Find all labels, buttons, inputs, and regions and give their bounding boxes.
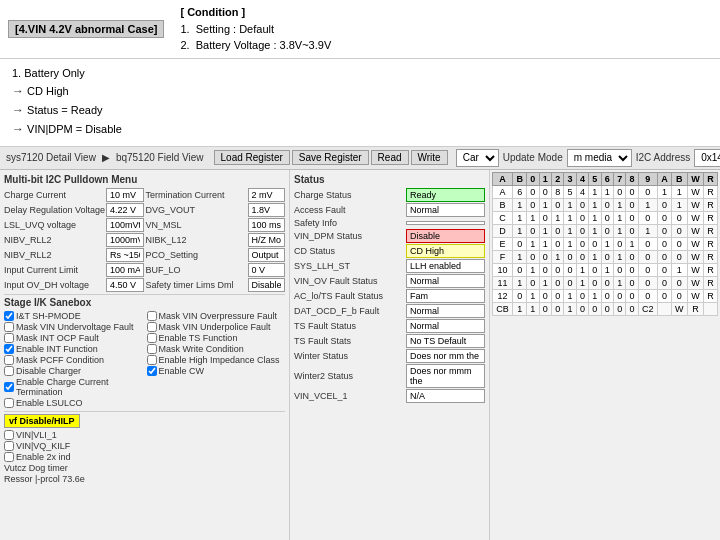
checkbox-mask-vin-ov[interactable] bbox=[147, 311, 157, 321]
value-charge-status: Ready bbox=[406, 188, 485, 202]
checkbox-vinvq[interactable] bbox=[4, 441, 14, 451]
value-cd-status: CD High bbox=[406, 244, 485, 258]
checkbox-enable-int[interactable] bbox=[4, 344, 14, 354]
input-dvg[interactable] bbox=[248, 203, 286, 217]
table-cell: 0 bbox=[638, 237, 657, 250]
input-safety[interactable] bbox=[248, 278, 286, 292]
save-register-btn[interactable]: Save Register bbox=[292, 150, 369, 165]
input-input-curr[interactable] bbox=[106, 263, 144, 277]
table-cell: 0 bbox=[626, 263, 638, 276]
table-cell: 1 bbox=[564, 237, 576, 250]
input-term-current[interactable] bbox=[248, 188, 286, 202]
arrow-1: → bbox=[12, 84, 24, 98]
write-cell[interactable]: W bbox=[687, 263, 703, 276]
input-delay-reg[interactable] bbox=[106, 203, 144, 217]
checkbox-disable-charger[interactable] bbox=[4, 366, 14, 376]
checkbox-enable-cct[interactable] bbox=[4, 382, 14, 392]
table-cell: 0 bbox=[551, 237, 563, 250]
table-cell: 0 bbox=[657, 250, 671, 263]
table-cell: 0 bbox=[626, 302, 638, 315]
cb-mask-vin-uv: Mask VIN Undervoltage Fault bbox=[4, 322, 143, 332]
checkbox-enable-hiz[interactable] bbox=[147, 355, 157, 365]
label-enable-ts: Enable TS Function bbox=[159, 333, 238, 343]
table-cell: 6 bbox=[513, 185, 527, 198]
checkbox-mask-write[interactable] bbox=[147, 344, 157, 354]
write-cell[interactable]: W bbox=[687, 185, 703, 198]
table-cell: 1 bbox=[539, 237, 551, 250]
write-cell[interactable]: W bbox=[687, 198, 703, 211]
checkbox-sh-pmode[interactable] bbox=[4, 311, 14, 321]
desc-section: 1. Battery Only → CD High → Status = Rea… bbox=[0, 59, 720, 147]
label-mask-vin-ov: Mask VIN Overpressure Fault bbox=[159, 311, 278, 321]
value-winter1: Does nor mm the bbox=[406, 349, 485, 363]
value-vindpm-status: Disable bbox=[406, 229, 485, 243]
write-btn[interactable]: Write bbox=[411, 150, 448, 165]
label-vnmsl: VN_MSL bbox=[146, 220, 246, 230]
mmediate-select[interactable]: m media bbox=[567, 149, 632, 167]
th-w: W bbox=[687, 172, 703, 185]
status-ts-fault: TS Fault Status Normal bbox=[294, 319, 485, 333]
write-cell[interactable]: W bbox=[687, 276, 703, 289]
highlight-vindpm-btn[interactable]: vf Disable/HILP bbox=[4, 414, 80, 428]
read-cell[interactable]: R bbox=[687, 302, 703, 315]
load-register-btn[interactable]: Load Register bbox=[214, 150, 290, 165]
table-cell: 0 bbox=[638, 250, 657, 263]
write-cell[interactable]: W bbox=[687, 250, 703, 263]
table-cell: 0 bbox=[626, 289, 638, 302]
table-header-row: A B 0 1 2 3 4 5 6 7 8 9 A B W R bbox=[493, 172, 718, 185]
checkbox-enable-cw[interactable] bbox=[147, 366, 157, 376]
write-cell[interactable]: W bbox=[687, 224, 703, 237]
read-cell[interactable]: R bbox=[703, 185, 717, 198]
write-cell[interactable]: W bbox=[687, 289, 703, 302]
cb-mask-int-ocp: Mask INT OCP Fault bbox=[4, 333, 143, 343]
input-charge-current[interactable] bbox=[106, 188, 144, 202]
read-cell[interactable]: R bbox=[703, 263, 717, 276]
read-cell[interactable]: R bbox=[703, 250, 717, 263]
checkbox-enable2x[interactable] bbox=[4, 452, 14, 462]
write-cell[interactable]: W bbox=[687, 237, 703, 250]
read-btn[interactable]: Read bbox=[371, 150, 409, 165]
value-winter2: Does nor mmm the bbox=[406, 364, 485, 388]
write-cell[interactable]: W bbox=[687, 211, 703, 224]
i2c-select[interactable]: 0x14_A bbox=[694, 149, 720, 167]
table-cell: 1 bbox=[576, 263, 588, 276]
input-nibv1[interactable] bbox=[106, 233, 144, 247]
read-cell[interactable]: R bbox=[703, 224, 717, 237]
table-cell: 10 bbox=[493, 263, 513, 276]
checkbox-enable-ts[interactable] bbox=[147, 333, 157, 343]
read-cell[interactable]: R bbox=[703, 289, 717, 302]
status-vin-ov: VIN_OV Fault Status Normal bbox=[294, 274, 485, 288]
table-cell: 0 bbox=[576, 250, 588, 263]
checkbox-mask-int-ocp[interactable] bbox=[4, 333, 14, 343]
status-cd: CD Status CD High bbox=[294, 244, 485, 258]
checkbox-mask-pcff[interactable] bbox=[4, 355, 14, 365]
table-cell: 1 bbox=[539, 276, 551, 289]
read-cell[interactable]: R bbox=[703, 198, 717, 211]
input-input-ov[interactable] bbox=[106, 278, 144, 292]
write-cell[interactable]: W bbox=[671, 302, 687, 315]
table-cell: 0 bbox=[589, 276, 601, 289]
input-nibk[interactable] bbox=[248, 233, 286, 247]
car-select[interactable]: Car bbox=[456, 149, 499, 167]
input-nibv2[interactable] bbox=[106, 248, 144, 262]
label-safety-info: Safety Info bbox=[294, 218, 404, 228]
checkbox-mask-vin-up[interactable] bbox=[147, 322, 157, 332]
th-7: 7 bbox=[613, 172, 625, 185]
input-pco[interactable] bbox=[248, 248, 286, 262]
value-ts-fault: Normal bbox=[406, 319, 485, 333]
table-cell: 0 bbox=[539, 250, 551, 263]
label-ac-lo: AC_lo/TS Fault Status bbox=[294, 291, 404, 301]
checkbox-mask-vin-uv[interactable] bbox=[4, 322, 14, 332]
checkbox-vinvli1[interactable] bbox=[4, 430, 14, 440]
input-lsl[interactable] bbox=[106, 218, 144, 232]
read-cell[interactable]: R bbox=[703, 211, 717, 224]
table-cell: 0 bbox=[657, 289, 671, 302]
checkbox-enable-lsulco[interactable] bbox=[4, 398, 14, 408]
label-input-curr: Input Current Limit bbox=[4, 265, 104, 275]
input-vnmsl[interactable] bbox=[248, 218, 286, 232]
read-cell[interactable]: R bbox=[703, 276, 717, 289]
input-buflo[interactable] bbox=[248, 263, 286, 277]
read-cell[interactable]: R bbox=[703, 237, 717, 250]
label-winter1: Winter Status bbox=[294, 351, 404, 361]
table-cell: 1 bbox=[564, 198, 576, 211]
